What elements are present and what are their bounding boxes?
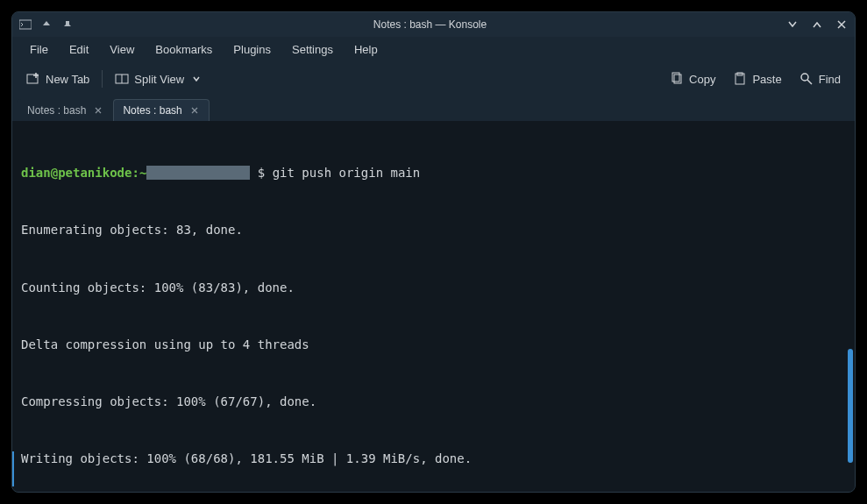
- find-label: Find: [819, 73, 841, 86]
- output-line: Delta compression using up to 4 threads: [21, 336, 846, 355]
- menubar: File Edit View Bookmarks Plugins Setting…: [12, 37, 855, 61]
- newtab-icon: [26, 72, 40, 86]
- prompt-user: dian@petanikode: [21, 166, 131, 180]
- tab-0[interactable]: Notes : bash: [18, 99, 113, 121]
- splitview-button[interactable]: Split View: [110, 68, 209, 89]
- keep-above-icon[interactable]: [40, 18, 53, 31]
- output-line: Compressing objects: 100% (67/67), done.: [21, 393, 846, 412]
- app-window: Notes : bash — Konsole File Edit View Bo…: [11, 11, 856, 493]
- menu-file[interactable]: File: [19, 39, 59, 60]
- toolbar-divider: [102, 70, 103, 88]
- tab-1[interactable]: Notes : bash: [113, 99, 209, 121]
- find-button[interactable]: Find: [794, 68, 846, 89]
- pin-icon[interactable]: [61, 18, 74, 31]
- search-icon: [799, 72, 814, 86]
- tab-label: Notes : bash: [27, 104, 86, 117]
- prompt-path-obscured: /▮▮▮▮ ▮▮▮/▮▮▮▮: [146, 166, 250, 180]
- scrollbar-thumb[interactable]: [848, 349, 853, 463]
- svg-rect-0: [19, 20, 32, 29]
- prompt-dollar: $: [258, 166, 265, 180]
- paste-label: Paste: [752, 73, 781, 86]
- terminal-output[interactable]: dian@petanikode:~/▮▮▮▮ ▮▮▮/▮▮▮▮ $ git pu…: [12, 121, 855, 492]
- minimize-button[interactable]: [786, 18, 799, 31]
- splitview-icon: [115, 72, 129, 86]
- copy-label: Copy: [689, 73, 715, 86]
- splitview-label: Split View: [134, 73, 184, 86]
- paste-button[interactable]: Paste: [728, 68, 786, 89]
- copy-icon: [670, 72, 684, 86]
- menu-help[interactable]: Help: [344, 39, 388, 60]
- scrollbar[interactable]: [846, 121, 853, 492]
- svg-point-8: [801, 74, 808, 81]
- tabbar: Notes : bash Notes : bash: [12, 96, 855, 121]
- close-icon[interactable]: [189, 105, 200, 116]
- newtab-button[interactable]: New Tab: [21, 68, 95, 89]
- menu-settings[interactable]: Settings: [281, 39, 344, 60]
- chevron-down-icon: [189, 72, 203, 86]
- newtab-label: New Tab: [46, 73, 89, 86]
- menu-bookmarks[interactable]: Bookmarks: [145, 39, 223, 60]
- menu-edit[interactable]: Edit: [59, 39, 99, 60]
- cursor-gutter: [12, 451, 14, 486]
- command-text: git push origin main: [273, 166, 421, 180]
- prompt-line: dian@petanikode:~/▮▮▮▮ ▮▮▮/▮▮▮▮ $ git pu…: [21, 164, 846, 183]
- menu-plugins[interactable]: Plugins: [223, 39, 281, 60]
- titlebar: Notes : bash — Konsole: [12, 12, 855, 37]
- output-line: Counting objects: 100% (83/83), done.: [21, 279, 846, 298]
- maximize-button[interactable]: [811, 18, 823, 31]
- close-icon[interactable]: [93, 105, 103, 116]
- app-menu-icon[interactable]: [19, 18, 32, 31]
- close-button[interactable]: [835, 18, 848, 31]
- copy-button[interactable]: Copy: [664, 68, 721, 89]
- window-controls: [786, 18, 848, 31]
- output-line: Writing objects: 100% (68/68), 181.55 Mi…: [21, 450, 846, 469]
- tab-label: Notes : bash: [123, 104, 181, 117]
- menu-view[interactable]: View: [99, 39, 145, 60]
- titlebar-left: [19, 18, 74, 31]
- output-line: Enumerating objects: 83, done.: [21, 221, 846, 240]
- paste-icon: [733, 72, 747, 86]
- svg-line-9: [807, 80, 812, 84]
- toolbar: New Tab Split View Copy Paste: [12, 61, 855, 96]
- window-title: Notes : bash — Konsole: [74, 18, 786, 31]
